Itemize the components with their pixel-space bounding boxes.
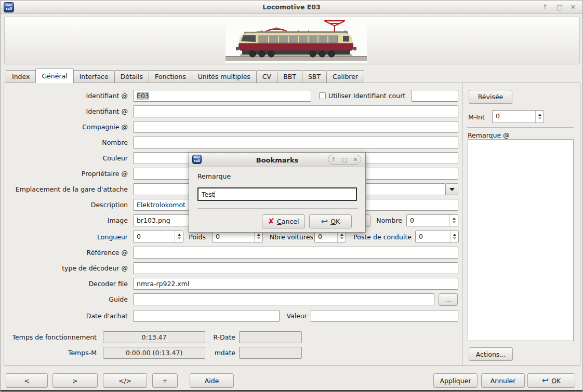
dialog-close-icon[interactable]: ✕ <box>353 157 357 163</box>
rear-window <box>343 36 349 42</box>
tab-fonctions[interactable]: Fonctions <box>149 70 192 83</box>
identifiant-field[interactable]: E03 <box>133 90 311 102</box>
short-id-label: Utiliser Identifiant court <box>328 92 405 100</box>
apply-button[interactable]: Appliquer <box>433 373 478 388</box>
compagnie-label: Compagnie @ <box>6 123 128 131</box>
dialog-remarque-input[interactable]: Test <box>197 187 357 201</box>
help-label: Aide <box>205 377 219 385</box>
add-loco-button[interactable]: + <box>152 373 178 388</box>
locomotive-image <box>226 18 367 63</box>
m-int-label: M-Int <box>468 113 485 121</box>
emplacement-label: Emplacement de la gare d'attache <box>6 185 128 193</box>
dialog-ok-button[interactable]: ↩ OK <box>309 214 352 228</box>
spinner-buttons[interactable] <box>449 215 458 226</box>
spinner-buttons[interactable] <box>254 231 262 242</box>
tab-bbt[interactable]: BBT <box>277 70 302 83</box>
previous-label: < <box>24 377 29 385</box>
compagnie-field[interactable] <box>133 121 458 133</box>
tab-label: BBT <box>283 73 296 80</box>
dialog-cancel-button[interactable]: ✘ Cancel <box>262 214 305 228</box>
ok-button[interactable]: ↩ OK <box>527 373 575 388</box>
previous-loco-button[interactable]: < <box>6 373 48 388</box>
identifiant2-field[interactable] <box>133 105 458 117</box>
remarque-textarea[interactable] <box>468 139 574 341</box>
valeur-field[interactable] <box>311 310 458 322</box>
tab-general[interactable]: Général <box>35 69 73 83</box>
text-caret <box>215 191 215 198</box>
actions-button[interactable]: Actions... <box>469 347 513 361</box>
ok-arrow-icon: ↩ <box>321 218 328 226</box>
temps-m-field: 0:00.00 (0:13.47) <box>103 347 205 359</box>
tab-interface[interactable]: Interface <box>73 70 115 83</box>
buffer-left <box>236 47 239 50</box>
mdate-label: mdate <box>198 349 235 357</box>
panel-divider <box>462 83 463 365</box>
guide-browse-button[interactable]: ... <box>439 293 458 306</box>
temps-m-label: Temps-M <box>6 349 97 357</box>
photo-rail <box>226 56 367 57</box>
tab-label: Calibrer <box>333 73 358 80</box>
short-id-checkbox[interactable] <box>319 92 326 99</box>
nbre-voitures-label: Nbre voitures <box>267 233 313 241</box>
nombre-label: Nombre <box>6 139 128 146</box>
temps-fonctionnement-label: Temps de fonctionnement <box>6 333 97 341</box>
reference-field[interactable] <box>133 247 458 259</box>
type-decodeur-field[interactable] <box>133 262 458 274</box>
window-bottom-edge <box>1 390 582 392</box>
couleur-label: Couleur <box>6 154 128 162</box>
cancel-label: Annuler <box>491 377 516 385</box>
date-achat-label: Date d'achat <box>6 312 128 320</box>
short-id-field[interactable] <box>411 90 458 102</box>
tab-label: CV <box>262 73 271 80</box>
emplacement-dropdown-button[interactable] <box>445 183 458 195</box>
nbre-voitures-value: 0 <box>318 233 322 240</box>
m-int-value: 0 <box>496 112 500 120</box>
poids-value: 0 <box>216 233 220 240</box>
tab-cv[interactable]: CV <box>256 70 277 83</box>
poste-conduite-spinner[interactable]: 0 <box>415 231 459 242</box>
dialog-title-bar[interactable]: Roc rail Bookmarks ↑ □ ✕ <box>189 153 365 167</box>
tab-sbt[interactable]: SBT <box>302 70 327 83</box>
count-spinner[interactable]: 0 <box>406 214 458 226</box>
tab-calibrer[interactable]: Calibrer <box>326 70 364 83</box>
locomotive-properties-window: Roc rail Locomotive E03 ↑ □ ✕ <box>0 0 583 392</box>
dialog-maximize-icon[interactable]: □ <box>342 157 347 163</box>
tab-label: Unités multiples <box>198 73 250 80</box>
cancel-button[interactable]: Annuler <box>481 373 525 388</box>
shade-window-icon[interactable]: ↑ <box>540 3 550 11</box>
date-achat-field[interactable] <box>133 310 280 322</box>
temps-fonctionnement-value: 0:13.47 <box>142 333 167 341</box>
tab-details[interactable]: Détails <box>114 70 149 83</box>
m-int-spinner[interactable]: 0 <box>492 110 544 123</box>
decoder-file-value: nmra-rp922.xml <box>137 280 189 288</box>
spinner-buttons[interactable] <box>175 231 183 242</box>
revisee-button[interactable]: Révisée <box>469 90 512 104</box>
tab-label: Détails <box>121 73 143 80</box>
help-button[interactable]: Aide <box>190 373 234 388</box>
tab-unites-multiples[interactable]: Unités multiples <box>192 70 257 83</box>
decoder-file-field[interactable]: nmra-rp922.xml <box>133 278 458 290</box>
close-window-icon[interactable]: ✕ <box>568 3 578 11</box>
identifiant-label: Identifiant @ <box>6 92 128 100</box>
title-bar[interactable]: Roc rail Locomotive E03 ↑ □ ✕ <box>1 1 582 14</box>
longueur-value: 0 <box>137 233 141 240</box>
spinner-buttons[interactable] <box>337 231 346 242</box>
xml-label: </> <box>118 377 131 385</box>
decoder-file-label: Decoder file <box>6 280 128 288</box>
spinner-buttons[interactable] <box>535 111 544 123</box>
dialog-shade-icon[interactable]: ↑ <box>332 157 336 163</box>
guide-field[interactable] <box>133 293 434 305</box>
tab-label: Général <box>42 72 67 80</box>
longueur-label: Longueur <box>6 233 128 241</box>
guide-label: Guide <box>6 295 128 303</box>
nombre-field[interactable] <box>133 137 458 148</box>
guide-browse-label: ... <box>445 296 452 304</box>
maximize-window-icon[interactable]: □ <box>554 3 565 11</box>
longueur-spinner[interactable]: 0 <box>133 231 183 242</box>
spinner-buttons[interactable] <box>450 231 458 242</box>
xml-button[interactable]: </> <box>103 373 147 388</box>
next-loco-button[interactable]: > <box>52 373 98 388</box>
actions-label: Actions... <box>476 350 506 358</box>
tab-index[interactable]: Index <box>6 70 36 83</box>
dialog-remarque-label: Remarque <box>197 172 231 180</box>
